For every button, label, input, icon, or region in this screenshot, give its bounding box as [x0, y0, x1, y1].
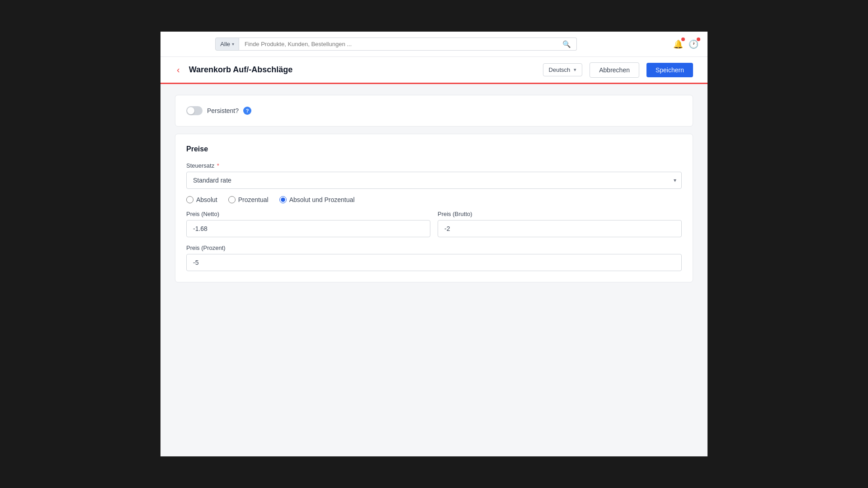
radio-absolut-label: Absolut	[196, 196, 217, 203]
preise-panel: Preise Steuersatz * Standard rate Reduce…	[175, 134, 693, 282]
radio-prozentual-label: Prozentual	[238, 196, 269, 203]
notifications-button[interactable]: 🔔	[673, 39, 683, 49]
alle-dropdown[interactable]: Alle ▾	[215, 38, 239, 51]
radio-absolut-und-prozentual[interactable]	[279, 196, 287, 203]
page-title: Warenkorb Auf/-Abschläge	[189, 65, 536, 75]
price-prozent-grid: Preis (Prozent)	[186, 244, 682, 271]
timer-button[interactable]: 🕐	[689, 39, 698, 49]
radio-absolut-und-prozentual-label: Absolut und Prozentual	[289, 196, 355, 203]
preis-prozent-group: Preis (Prozent)	[186, 244, 682, 271]
steuersatz-field-group: Steuersatz * Standard rate Reduced rate …	[186, 162, 682, 189]
radio-absolut[interactable]	[186, 196, 193, 203]
search-bar: 🔍	[239, 38, 577, 51]
toggle-knob	[187, 107, 194, 114]
price-netto-brutto-grid: Preis (Netto) Preis (Brutto)	[186, 211, 682, 237]
alle-label: Alle	[220, 41, 230, 47]
language-label: Deutsch	[549, 66, 571, 73]
preis-prozent-label: Preis (Prozent)	[186, 244, 682, 251]
preis-brutto-group: Preis (Brutto)	[438, 211, 682, 237]
radio-item-prozentual[interactable]: Prozentual	[228, 196, 269, 203]
preis-brutto-label: Preis (Brutto)	[438, 211, 682, 217]
help-icon[interactable]: ?	[243, 107, 251, 115]
back-button[interactable]: ‹	[175, 63, 182, 77]
preis-netto-group: Preis (Netto)	[186, 211, 430, 237]
persistent-label: Persistent?	[207, 107, 239, 114]
language-chevron-icon: ▾	[574, 67, 576, 73]
preis-prozent-input[interactable]	[186, 254, 682, 271]
search-icon-button[interactable]: 🔍	[561, 38, 573, 50]
steuersatz-select-wrapper: Standard rate Reduced rate Zero rate ▾	[186, 172, 682, 189]
save-button[interactable]: Speichern	[646, 63, 693, 77]
alle-chevron-icon: ▾	[232, 42, 234, 47]
language-selector[interactable]: Deutsch ▾	[543, 63, 583, 76]
persistent-toggle[interactable]	[186, 106, 203, 115]
top-bar-icons: 🔔 🕐	[673, 39, 698, 49]
steuersatz-required-marker: *	[215, 162, 219, 169]
steuersatz-label: Steuersatz *	[186, 162, 682, 169]
radio-item-absolut[interactable]: Absolut	[186, 196, 217, 203]
notification-badge	[681, 38, 685, 41]
preis-netto-label: Preis (Netto)	[186, 211, 430, 217]
search-input[interactable]	[243, 38, 561, 50]
steuersatz-select[interactable]: Standard rate Reduced rate Zero rate	[186, 172, 682, 189]
radio-prozentual[interactable]	[228, 196, 236, 203]
preis-netto-input[interactable]	[186, 220, 430, 237]
radio-item-absolut-und-prozentual[interactable]: Absolut und Prozentual	[279, 196, 355, 203]
price-type-radio-group: Absolut Prozentual Absolut und Prozentua…	[186, 196, 682, 203]
preis-brutto-input[interactable]	[438, 220, 682, 237]
cancel-button[interactable]: Abbrechen	[590, 62, 639, 78]
timer-badge	[697, 38, 700, 41]
preise-title: Preise	[186, 145, 682, 153]
persistent-panel: Persistent? ?	[175, 95, 693, 127]
